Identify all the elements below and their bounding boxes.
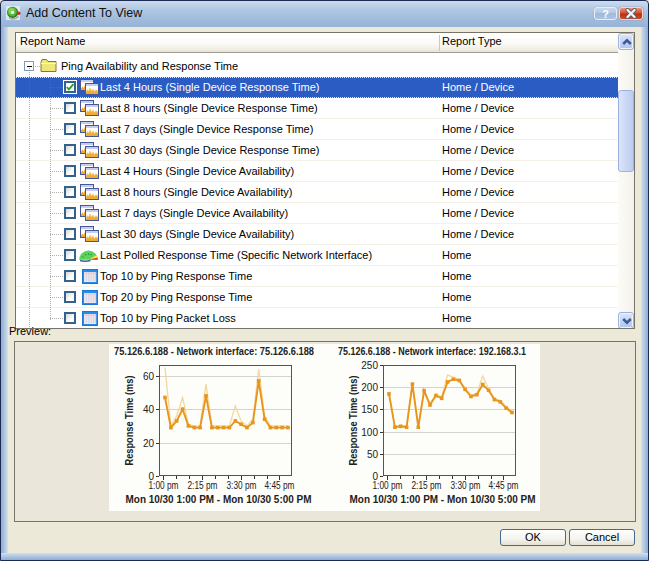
svg-text:50: 50 <box>367 449 379 460</box>
svg-text:60: 60 <box>143 371 155 382</box>
svg-text:1:00 pm: 1:00 pm <box>149 480 179 491</box>
svg-text:40: 40 <box>143 404 155 415</box>
svg-text:100: 100 <box>361 427 378 438</box>
svg-text:200: 200 <box>361 382 378 393</box>
svg-text:Response Time (ms): Response Time (ms) <box>124 376 135 466</box>
svg-text:20: 20 <box>143 438 155 449</box>
svg-text:3:30 pm: 3:30 pm <box>227 480 257 491</box>
svg-text:250: 250 <box>361 360 378 371</box>
svg-text:3:30 pm: 3:30 pm <box>451 480 481 491</box>
svg-text:Response Time (ms): Response Time (ms) <box>348 376 359 466</box>
svg-text:Mon 10/30 1:00 PM - Mon 10/30: Mon 10/30 1:00 PM - Mon 10/30 5:00 PM <box>350 493 536 505</box>
svg-text:Mon 10/30 1:00 PM - Mon 10/30: Mon 10/30 1:00 PM - Mon 10/30 5:00 PM <box>126 493 312 505</box>
svg-text:2:15 pm: 2:15 pm <box>412 480 442 491</box>
svg-text:2:15 pm: 2:15 pm <box>188 480 218 491</box>
svg-text:150: 150 <box>361 404 378 415</box>
svg-text:4:45 pm: 4:45 pm <box>265 480 295 491</box>
svg-text:4:45 pm: 4:45 pm <box>489 480 519 491</box>
svg-text:75.126.6.188 - Network interfa: 75.126.6.188 - Network interface: 75.126… <box>114 345 314 357</box>
svg-text:75.126.6.188 - Network interfa: 75.126.6.188 - Network interface: 192.16… <box>338 345 526 357</box>
svg-text:1:00 pm: 1:00 pm <box>373 480 403 491</box>
